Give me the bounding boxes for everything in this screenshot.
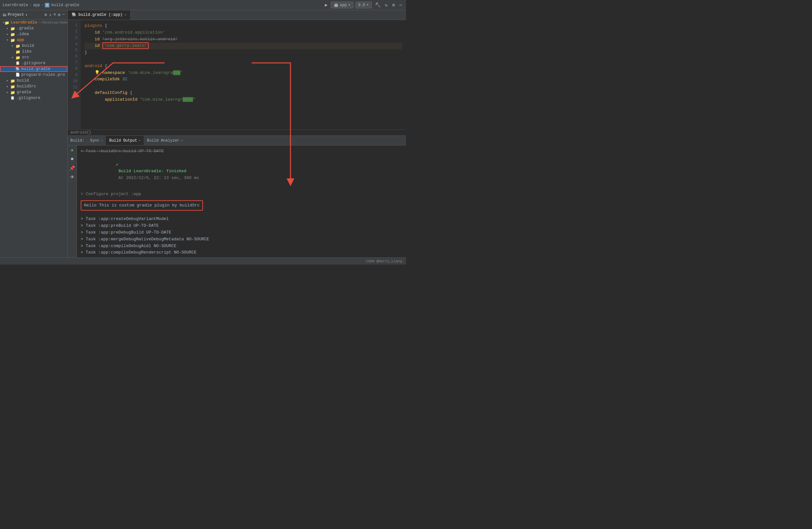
sidebar: 🗂 Project ▾ ⊕ ⇕ ≡ ⚙ − LearnGradle [0, 10, 68, 265]
label-libs: libs [22, 49, 32, 54]
build-task-3: > Task :app:mergeDebugNativeDebugMetadat… [81, 236, 402, 243]
folder-idea-icon [10, 32, 15, 36]
build-success-line: ✔ Build LearnGradle: finished At 2022/12… [81, 155, 402, 188]
build-output[interactable]: > Task :buildSrc:build UP-TO-DATE ✔ Buil… [77, 146, 406, 265]
code-line-3: id 'org.jetbrains.kotlin.android' [85, 36, 402, 43]
build-task-4: > Task :app:compileDebugAidl NO-SOURCE [81, 243, 402, 250]
editor-tabs: 🐘 build.gradle (:app) ✕ [68, 10, 406, 20]
sidebar-item-gradle-root[interactable]: gradle [0, 89, 68, 95]
code-line-11: defaultConfig { [85, 90, 402, 97]
code-line-9: compileSdk 32 [85, 76, 402, 83]
build-task-5: > Task :app:compileDebugRenderscript NO-… [81, 249, 402, 256]
arrow-gradle-root [6, 90, 10, 94]
code-line-8: 💡 namespace 'com.mine.learngradle' [85, 70, 402, 76]
build-task-2: > Task :app:preDebugBuild UP-TO-DATE [81, 229, 402, 236]
folder-gradle-root-icon [10, 90, 15, 94]
sidebar-header: 🗂 Project ▾ ⊕ ⇕ ≡ ⚙ − [0, 10, 68, 20]
bottom-tab-sync[interactable]: Sync ✕ [87, 136, 106, 145]
bottom-panel: Build: Sync ✕ Build Output ✕ Build Analy… [68, 135, 406, 265]
hello-message-box: Hello This is custom gradle plugin by bu… [81, 200, 203, 211]
code-line-6 [85, 56, 402, 63]
settings-icon[interactable]: ⚙ [391, 2, 396, 9]
breadcrumb-module[interactable]: app [33, 3, 40, 8]
run-icon[interactable]: ▶ [324, 2, 329, 9]
build-output-tab-close[interactable]: ✕ [139, 139, 140, 142]
sidebar-item-gradle[interactable]: .gradle [0, 26, 68, 31]
run-config-arrow: ▾ [348, 3, 350, 8]
bottom-tab-build-analyzer[interactable]: Build Analyzer ✕ [144, 136, 186, 145]
breadcrumb-file[interactable]: build.gradle [51, 3, 79, 8]
sidebar-item-gitignore-root[interactable]: .gitignore [0, 95, 68, 101]
label-src: src [22, 55, 29, 60]
sidebar-item-src[interactable]: src [0, 55, 68, 60]
build-spacer2 [81, 213, 402, 216]
sdk-label: 9.0 [358, 3, 365, 8]
gear-icon[interactable]: ⚙ [58, 12, 60, 17]
eye-icon[interactable]: 👁 [69, 174, 75, 181]
run-config-icon: 🤖 [334, 3, 338, 8]
tab-close-icon[interactable]: ✕ [125, 13, 127, 17]
code-content[interactable]: plugins { id 'com.android.application' i… [81, 20, 406, 129]
gradle-breadcrumb-icon: G [45, 3, 49, 8]
sdk-arrow: ▾ [366, 3, 368, 8]
label-gradle: .gradle [17, 26, 34, 31]
label-build-gradle: build.gradle [21, 67, 50, 71]
arrow-build-app [12, 44, 15, 48]
build-task-1: > Task :app:preBuild UP-TO-DATE [81, 223, 402, 229]
sidebar-item-app[interactable]: app [0, 37, 68, 43]
arrow-app [6, 38, 10, 42]
bottom-left-icons: ▲ ■ 📌 👁 [68, 146, 77, 265]
more-icon[interactable]: ⋯ [398, 2, 403, 9]
label-build-root: build [17, 78, 29, 83]
gitignore-app-icon [15, 61, 21, 65]
close-sidebar-icon[interactable]: − [62, 12, 65, 17]
label-gitignore-root: .gitignore [16, 96, 40, 100]
collapse-all-icon[interactable]: ⇕ [49, 12, 52, 17]
tree-area[interactable]: LearnGradle ~/Desktop/demo/LearnGradle .… [0, 20, 68, 265]
folder-build-app-icon [15, 44, 21, 48]
tab-build-gradle[interactable]: 🐘 build.gradle (:app) ✕ [68, 10, 131, 20]
sdk-version[interactable]: 9.0 ▾ [355, 2, 372, 9]
breadcrumb-project[interactable]: LearnGradle [3, 3, 28, 8]
sidebar-item-build-app[interactable]: build [0, 43, 68, 49]
top-bar: LearnGradle › app › G build.gradle ▶ 🤖 a… [0, 0, 406, 10]
root-path: ~/Desktop/demo/LearnGradle [39, 21, 68, 25]
sidebar-item-build-root[interactable]: build [0, 78, 68, 84]
sort-icon[interactable]: ≡ [54, 12, 56, 17]
sidebar-item-build-gradle[interactable]: build.gradle [0, 66, 68, 72]
folder-build-root-icon [10, 79, 15, 83]
sidebar-item-gitignore-app[interactable]: .gitignore [0, 60, 68, 66]
build-scrolled-line: > Task :buildSrc:build UP-TO-DATE [81, 148, 402, 155]
sidebar-item-proguard[interactable]: proguard-rules.pro [0, 72, 68, 78]
sync-tab-close[interactable]: ✕ [101, 139, 103, 142]
arrow-buildSrc [6, 85, 10, 88]
sidebar-item-idea[interactable]: .idea [0, 31, 68, 37]
sidebar-item-buildSrc[interactable]: buildSrc [0, 84, 68, 89]
code-line-7: android { [85, 63, 402, 70]
build-prefix: Build: [70, 138, 84, 143]
folder-app-icon [10, 38, 15, 42]
run-again-icon[interactable]: ▲ [70, 147, 74, 153]
tree-item-root[interactable]: LearnGradle ~/Desktop/demo/LearnGradle [0, 20, 68, 26]
run-config[interactable]: 🤖 app ▾ [331, 2, 353, 9]
label-build-app: build [22, 44, 34, 48]
build-spacer [81, 188, 402, 191]
sidebar-project-icon: 🗂 [3, 13, 6, 17]
build-icon[interactable]: 🔨 [374, 2, 382, 9]
sidebar-item-libs[interactable]: libs [0, 49, 68, 55]
sidebar-dropdown-icon[interactable]: ▾ [25, 13, 27, 17]
bottom-tab-build-output[interactable]: Build Output ✕ [106, 136, 144, 145]
build-analyzer-tab-close[interactable]: ✕ [181, 139, 183, 142]
sync-icon[interactable]: ↻ [384, 2, 389, 9]
breadcrumb-bottom-text: android{} [70, 130, 91, 135]
stop-icon[interactable]: ■ [70, 156, 74, 162]
status-bar: CSDN @Gerry_Liang [0, 258, 406, 265]
locate-icon[interactable]: ⊕ [45, 12, 47, 17]
pin-icon[interactable]: 📌 [69, 165, 75, 172]
bottom-tabs: Build: Sync ✕ Build Output ✕ Build Analy… [68, 136, 406, 146]
code-line-4: id 'com.gerry.learn' [85, 43, 402, 49]
sidebar-icons: ⊕ ⇕ ≡ ⚙ − [45, 12, 65, 17]
folder-buildSrc-icon [10, 85, 15, 88]
gradle-file-icon [15, 67, 21, 71]
code-line-2: id 'com.android.application' [85, 29, 402, 36]
